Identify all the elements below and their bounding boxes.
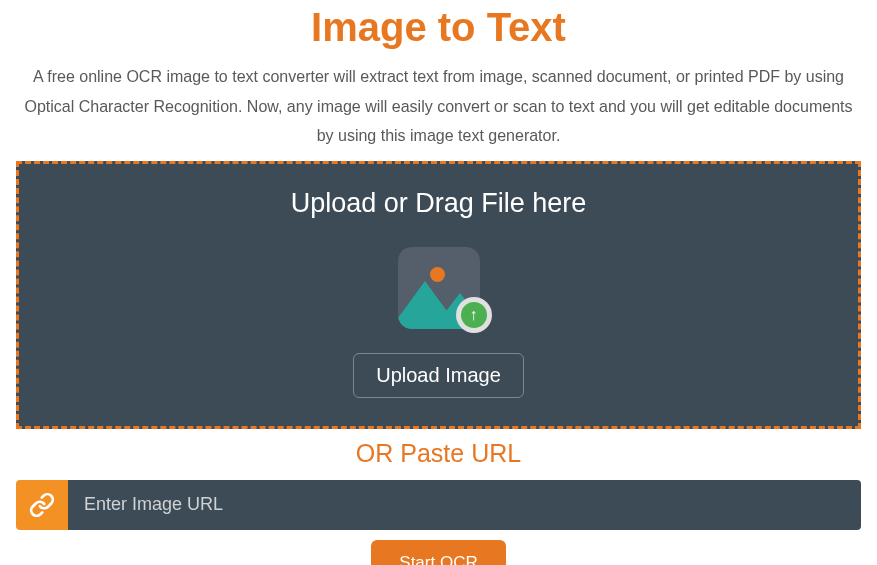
upload-image-button[interactable]: Upload Image (353, 353, 524, 398)
page-description: A free online OCR image to text converte… (0, 62, 877, 151)
upload-arrow-icon: ↑ (456, 297, 492, 333)
file-dropzone[interactable]: Upload or Drag File here ↑ Upload Image (16, 161, 861, 429)
image-upload-icon: ↑ (398, 247, 480, 329)
link-icon (16, 480, 68, 530)
dropzone-title: Upload or Drag File here (39, 188, 838, 219)
page-title: Image to Text (0, 5, 877, 50)
image-url-input[interactable] (68, 480, 861, 530)
or-paste-url-label: OR Paste URL (356, 439, 521, 467)
start-ocr-button[interactable]: Start OCR (371, 540, 505, 565)
